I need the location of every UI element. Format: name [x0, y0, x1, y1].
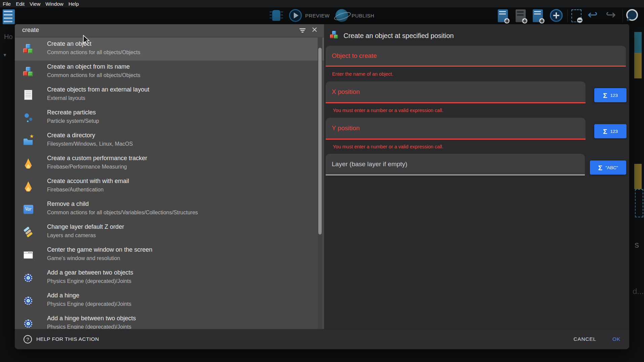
background-text-fragment: d... — [633, 287, 644, 296]
cancel-button[interactable]: CANCEL — [573, 336, 596, 342]
action-list-item[interactable]: Add a hingePhysics Engine (deprecated)/J… — [15, 289, 324, 312]
action-icon-wrap — [22, 221, 34, 244]
toolbar-separator — [622, 9, 623, 22]
extlayout-icon — [24, 90, 32, 100]
action-title: Create objects from an external layout — [47, 86, 149, 93]
action-list-item[interactable]: Center the game window on the screenGame… — [15, 244, 324, 266]
field-error-text: You must enter a number or a valid expre… — [333, 144, 443, 149]
action-subtitle: Common actions for all objects/Objects — [47, 72, 140, 78]
debug-icon[interactable] — [272, 10, 280, 21]
gear-icon — [24, 297, 32, 305]
action-subtitle: Game's window and resolution — [47, 255, 120, 261]
background-olive-block — [634, 164, 642, 189]
action-icon-wrap — [22, 61, 34, 83]
remove-layout-icon[interactable] — [571, 9, 581, 22]
preview-button[interactable]: PREVIEW — [305, 13, 330, 19]
action-icon-wrap — [22, 244, 34, 266]
dialog-footer: ? HELP FOR THIS ACTION CANCEL OK — [15, 329, 629, 349]
preview-play-icon[interactable] — [289, 9, 302, 22]
sigma-icon: Σ — [598, 164, 603, 171]
action-search-pane: create × Create an objectCommon actions … — [15, 24, 324, 329]
action-title: Add a gear between two objects — [47, 269, 133, 276]
screen: FileEditViewWindowHelp PREVIEW PUBLISH ↩… — [0, 0, 644, 362]
action-subtitle: Common actions for all objects/Variables… — [47, 210, 198, 216]
instruction-editor-dialog: create × Create an objectCommon actions … — [15, 24, 629, 349]
action-list-item[interactable]: Recreate particlesParticle system/Setup — [15, 106, 324, 129]
action-subtitle: Firebase/Authentication — [47, 187, 104, 193]
x-position-field[interactable]: X position — [326, 81, 586, 103]
panel-header: Create an object at specified position — [329, 30, 454, 42]
ok-button[interactable]: OK — [612, 336, 620, 342]
action-icon-wrap — [22, 152, 34, 175]
menu-item-help[interactable]: Help — [69, 1, 79, 7]
search-bar[interactable]: create × — [15, 24, 324, 37]
action-list-item[interactable]: Create account with with emailFirebase/A… — [15, 175, 324, 198]
action-subtitle: Physics Engine (deprecated)/Joints — [47, 324, 131, 329]
action-results-list: Create an objectCommon actions for all o… — [15, 37, 324, 329]
menu-bar: FileEditViewWindowHelp — [0, 0, 644, 7]
action-list-item[interactable]: Create an object from its nameCommon act… — [15, 61, 324, 83]
action-list-item[interactable]: VarRemove a childCommon actions for all … — [15, 198, 324, 221]
redo-icon[interactable]: ↪ — [606, 8, 616, 22]
add-scene-icon[interactable] — [498, 9, 508, 22]
action-title: Create account with with email — [47, 178, 129, 185]
action-list-item[interactable]: Add a hinge between two objectsPhysics E… — [15, 312, 324, 329]
action-list-item[interactable]: Create objects from an external layoutEx… — [15, 83, 324, 106]
search-zoom-icon[interactable] — [627, 9, 639, 21]
action-subtitle: Layers and cameras — [47, 232, 96, 239]
menu-item-window[interactable]: Window — [45, 1, 63, 7]
undo-icon[interactable]: ↩ — [588, 8, 598, 22]
action-list-item[interactable]: Create a custom performance trackerFireb… — [15, 152, 324, 175]
action-subtitle: Physics Engine (deprecated)/Joints — [47, 301, 131, 307]
x-expression-button[interactable]: Σ 123 — [594, 88, 627, 102]
field-label: Layer (base layer if empty) — [332, 160, 407, 168]
window-icon — [24, 251, 33, 259]
publish-button[interactable]: PUBLISH — [352, 13, 374, 19]
menu-item-file[interactable]: File — [3, 1, 11, 7]
action-list-item[interactable]: Change layer default Z orderLayers and c… — [15, 221, 324, 244]
sigma-icon: Σ — [603, 128, 607, 135]
action-list-item[interactable]: Create an objectCommon actions for all o… — [15, 38, 324, 61]
field-label: Object to create — [332, 52, 377, 60]
y-expression-button[interactable]: Σ 123 — [594, 124, 627, 138]
object-to-create-field[interactable]: Object to create — [326, 46, 626, 67]
action-icon-wrap — [22, 38, 34, 61]
publish-globe-icon[interactable] — [335, 9, 348, 22]
action-icon-wrap — [22, 289, 34, 312]
action-title: Remove a child — [47, 201, 89, 208]
help-button[interactable]: ? HELP FOR THIS ACTION — [24, 335, 99, 343]
field-helper-text: Enter the name of an object. — [332, 71, 393, 77]
action-subtitle: Filesystem/Windows, Linux, MacOS — [47, 141, 133, 147]
project-manager-icon[interactable] — [3, 9, 15, 24]
scrollbar-thumb[interactable] — [318, 48, 322, 234]
directory-icon: ★ — [23, 136, 33, 146]
menu-item-view[interactable]: View — [30, 1, 40, 7]
field-label: Y position — [332, 124, 360, 132]
action-icon-wrap — [22, 106, 34, 129]
action-title: Recreate particles — [47, 109, 96, 116]
action-config-panel: Create an object at specified position O… — [324, 24, 629, 329]
layer-expression-button[interactable]: Σ "ABC" — [590, 160, 626, 175]
action-title: Create a custom performance tracker — [47, 155, 147, 162]
layer-field[interactable]: Layer (base layer if empty) — [326, 154, 585, 175]
action-icon-wrap — [22, 266, 34, 289]
action-list-item[interactable]: ★Create a directoryFilesystem/Windows, L… — [15, 129, 324, 152]
add-circle-icon[interactable] — [550, 9, 563, 22]
close-icon[interactable]: × — [312, 24, 318, 36]
add-extension-icon[interactable] — [516, 9, 526, 22]
toolbar-separator — [567, 9, 568, 22]
menu-item-edit[interactable]: Edit — [16, 1, 25, 7]
caret-down-icon: ▼ — [3, 52, 7, 58]
y-position-field[interactable]: Y position — [326, 118, 586, 140]
action-list-item[interactable]: Add a gear between two objectsPhysics En… — [15, 266, 324, 289]
field-label: X position — [332, 88, 360, 96]
background-selection-outline — [635, 189, 643, 217]
action-subtitle: Firebase/Performance Measuring — [47, 164, 127, 170]
add-events-icon[interactable] — [533, 9, 543, 22]
action-subtitle: External layouts — [47, 95, 85, 101]
field-error-text: You must enter a number or a valid expre… — [333, 108, 443, 113]
zorder-icon — [23, 227, 34, 238]
action-icon-wrap: ★ — [22, 129, 34, 152]
search-input[interactable]: create — [22, 27, 39, 34]
filter-icon[interactable] — [299, 28, 306, 29]
